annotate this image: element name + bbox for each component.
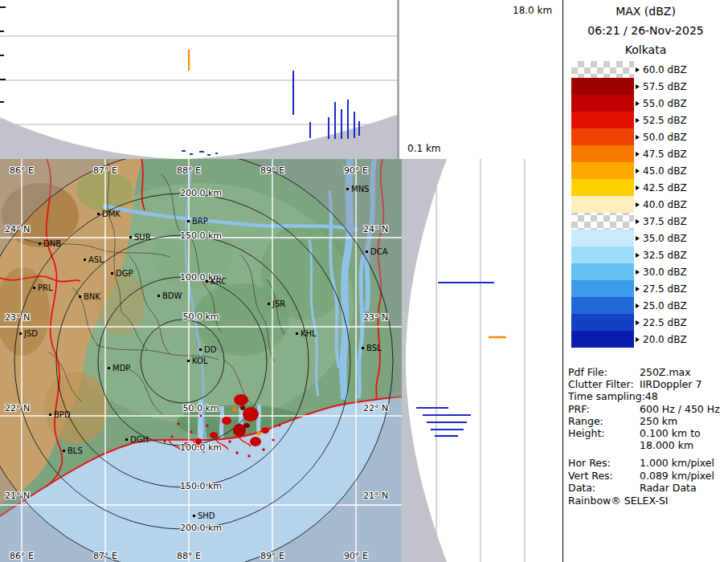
info-value: Radar Data xyxy=(640,482,697,494)
legend-entry: 47.5 dBZ xyxy=(636,145,687,162)
brand-line: Rainbow® SELEX-SI xyxy=(568,495,669,507)
arrow-icon xyxy=(636,337,640,342)
info-key: Pdf File: xyxy=(568,366,640,378)
info-value: IIRDoppler 7 xyxy=(640,378,701,390)
legend-entry-label: 50.0 dBZ xyxy=(643,132,687,143)
legend-entry-label: 55.0 dBZ xyxy=(643,98,687,109)
legend-entry: 50.0 dBZ xyxy=(636,128,687,145)
legend-swatch xyxy=(571,196,634,213)
echo-column-orange xyxy=(188,50,190,71)
arrow-icon xyxy=(636,287,640,291)
arrow-icon xyxy=(636,84,640,89)
legend-entry: 27.5 dBZ xyxy=(636,280,687,297)
arrow-icon xyxy=(636,101,640,106)
legend-swatch xyxy=(571,314,634,331)
radar-display: 18.0 km 0.1 km xyxy=(0,0,728,562)
legend-entry-label: 52.5 dBZ xyxy=(643,115,687,126)
info-row: Time sampling:48 xyxy=(568,390,726,402)
legend-entry-label: 20.0 dBZ xyxy=(643,334,687,345)
right-projection-graphic xyxy=(402,159,562,562)
legend-swatch xyxy=(571,145,634,162)
legend-entry: 60.0 dBZ xyxy=(636,61,687,78)
legend-swatch xyxy=(571,61,634,78)
legend-swatch xyxy=(571,280,634,297)
legend-swatch xyxy=(571,246,634,263)
arrow-icon xyxy=(636,320,640,325)
legend-entry-label: 57.5 dBZ xyxy=(643,81,687,92)
legend-label-column: 60.0 dBZ57.5 dBZ55.0 dBZ52.5 dBZ50.0 dBZ… xyxy=(636,61,687,348)
info-key: Height: xyxy=(568,427,640,439)
info-key xyxy=(568,439,640,451)
info-row: PRF:600 Hz / 450 Hz xyxy=(568,403,726,415)
info-row: Data:Radar Data xyxy=(568,482,726,494)
arrow-icon xyxy=(636,169,640,173)
info-row: Pdf File:250Z.max xyxy=(568,366,726,378)
product-datetime: 06:21 / 26-Nov-2025 xyxy=(563,19,728,39)
legend-entry: 37.5 dBZ xyxy=(636,213,687,230)
legend-entry: 35.0 dBZ xyxy=(636,230,687,246)
info-key: Time sampling:48 xyxy=(568,390,640,402)
legend-entry: 55.0 dBZ xyxy=(636,95,687,112)
legend-entry: 30.0 dBZ xyxy=(636,263,687,280)
info-value: 250Z.max xyxy=(640,366,691,378)
legend-entry-label: 25.0 dBZ xyxy=(643,300,687,312)
arrow-icon xyxy=(636,118,640,123)
legend-entry-label: 27.5 dBZ xyxy=(643,283,687,295)
legend-entry-label: 37.5 dBZ xyxy=(643,216,687,227)
arrow-icon xyxy=(636,67,640,72)
info-row: Range:250 km xyxy=(568,415,726,427)
info-key: PRF: xyxy=(568,403,640,415)
legend-swatch-column xyxy=(571,61,634,348)
legend-panel: MAX (dBZ) 06:21 / 26-Nov-2025 Kolkata 60… xyxy=(562,0,728,562)
info-key: Vert Res: xyxy=(568,470,640,482)
legend-entry: 57.5 dBZ xyxy=(636,78,687,95)
legend-entry-label: 22.5 dBZ xyxy=(643,317,687,328)
info-key: Clutter Filter: xyxy=(568,378,640,390)
top-projection-graphic xyxy=(0,0,399,159)
legend-swatch xyxy=(571,263,634,280)
legend-swatch xyxy=(571,331,634,348)
arrow-icon xyxy=(636,253,640,258)
info-value: 0.089 km/pixel xyxy=(640,470,714,482)
legend-entry-label: 60.0 dBZ xyxy=(643,64,687,75)
radar-site: Kolkata xyxy=(563,39,728,58)
legend-entry-label: 35.0 dBZ xyxy=(643,233,687,244)
arrow-icon xyxy=(636,152,640,157)
info-rows: Pdf File:250Z.maxClutter Filter:IIRDoppl… xyxy=(568,366,726,494)
arrow-icon xyxy=(636,185,640,190)
legend-entry: 52.5 dBZ xyxy=(636,112,687,128)
legend-swatch xyxy=(571,297,634,314)
info-key: Data: xyxy=(568,482,640,494)
info-row: 18.000 km xyxy=(568,439,726,451)
legend-swatch xyxy=(571,112,634,128)
legend-entry: 32.5 dBZ xyxy=(636,246,687,263)
legend-entry-label: 45.0 dBZ xyxy=(643,165,687,177)
legend-entry: 42.5 dBZ xyxy=(636,179,687,196)
info-value: 600 Hz / 450 Hz xyxy=(640,403,720,415)
legend-swatch xyxy=(571,230,634,246)
legend-entry-label: 30.0 dBZ xyxy=(643,267,687,278)
info-key: Hor Res: xyxy=(568,457,640,469)
info-row: Hor Res:1.000 km/pixel xyxy=(568,457,726,469)
info-value: 18.000 km xyxy=(640,439,693,451)
top-projection-panel xyxy=(0,0,399,159)
info-key: Range: xyxy=(568,415,640,427)
info-value: 0.100 km to xyxy=(640,427,701,439)
legend-entry-label: 32.5 dBZ xyxy=(643,250,687,261)
legend-swatch xyxy=(571,179,634,196)
legend-swatch xyxy=(571,213,634,230)
arrow-icon xyxy=(636,236,640,241)
legend-swatch xyxy=(571,162,634,179)
info-value: 250 km xyxy=(640,415,677,427)
info-value: 1.000 km/pixel xyxy=(640,457,714,469)
info-row: Vert Res:0.089 km/pixel xyxy=(568,470,726,482)
legend-entry: 22.5 dBZ xyxy=(636,314,687,331)
arrow-icon xyxy=(636,202,640,207)
arrow-icon xyxy=(636,303,640,308)
legend-swatch xyxy=(571,128,634,145)
legend-swatch xyxy=(571,95,634,112)
arrow-icon xyxy=(636,270,640,275)
height-min-label: 0.1 km xyxy=(407,143,441,154)
map-panel: 86° E86° E87° E87° E88° E88° E89° E89° E… xyxy=(0,159,402,562)
arrow-icon xyxy=(636,135,640,140)
